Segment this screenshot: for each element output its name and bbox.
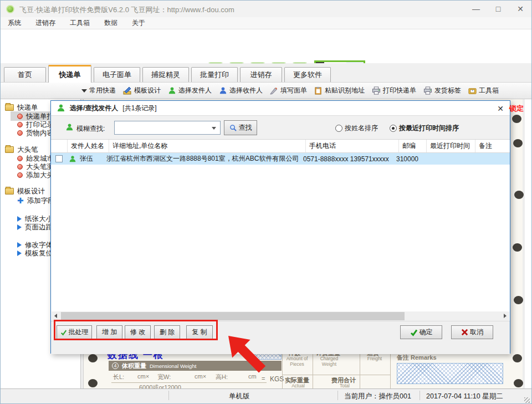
punch-hole	[514, 379, 523, 387]
punch-hole	[513, 243, 522, 252]
menu-bar: 系统 进销存 工具箱 数据 关于	[1, 17, 531, 29]
punch-hole	[513, 354, 522, 362]
tab-inventory[interactable]: 进销存	[240, 67, 282, 82]
dialog-close-icon[interactable]: ✕	[495, 104, 505, 114]
print-express-button[interactable]: 打印快递单	[372, 86, 416, 95]
scroll-left-icon[interactable]	[54, 314, 57, 318]
triangle-icon	[17, 250, 22, 256]
sidebar-item-page-margin[interactable]: 页面边距	[17, 223, 53, 232]
header-note[interactable]: 备注	[475, 140, 509, 152]
red-dot-icon	[17, 156, 23, 161]
cell-zip: 310000	[393, 155, 421, 163]
common-express-button[interactable]: 常用快递	[81, 86, 116, 95]
svg-text:*: *	[472, 89, 473, 93]
green-check-icon	[410, 329, 418, 336]
menu-item-system[interactable]: 系统	[8, 18, 21, 28]
menu-item-about[interactable]: 关于	[132, 18, 145, 28]
status-divider	[168, 391, 169, 400]
radio-icon	[335, 125, 342, 132]
sidebar-group-express[interactable]: 快递单	[5, 103, 38, 112]
cancel-button[interactable]: 取消	[451, 325, 493, 339]
sender-person-icon	[65, 123, 74, 131]
tab-batch-print[interactable]: 批量打印	[191, 67, 238, 82]
sort-by-name-radio[interactable]: 按姓名排序	[335, 124, 378, 133]
promo-banner: 飞豆聊天助手 微商，电商必备神器 skype QQ 微信 旺旺 千牛 skype…	[1, 29, 531, 63]
maximize-button[interactable]: □	[487, 1, 509, 17]
datetime-label: 2017-07-04 11:10 星期二	[426, 392, 503, 401]
punch-hole	[513, 139, 523, 147]
select-recipient-button[interactable]: 选择收件人	[219, 86, 263, 95]
header-last-print-time[interactable]: 最近打印时间	[427, 140, 475, 152]
status-divider	[420, 391, 420, 400]
sender-table-row[interactable]: 张伍 浙江省杭州市西湖区文一路8888号801室，杭州ABC软件有限公司 057…	[51, 153, 510, 165]
annotation-highlight-box	[54, 320, 218, 340]
caret-down-icon	[81, 89, 87, 93]
toolbox-icon: *	[468, 86, 477, 95]
header-phone[interactable]: 手机电话	[306, 140, 399, 152]
sidebar-item-goods-content[interactable]: 货物内容	[17, 129, 54, 137]
fill-waybill-button[interactable]: 填写面单	[270, 86, 307, 95]
dialog-title: 选择/查找发件人	[70, 104, 118, 113]
header-checkbox-col	[51, 140, 68, 152]
dialog-search-row: 模糊查找: 查找 按姓名排序 按最近打印时间排序	[51, 115, 510, 140]
red-dot-icon	[17, 172, 23, 178]
menu-item-data[interactable]: 数据	[104, 18, 117, 28]
fraction-line	[111, 382, 267, 383]
title-bar: 飞豆·快递单打印软件免费版V6.2.0 飞豆网址：http://www.f-do…	[1, 1, 531, 17]
punch-hole	[514, 191, 524, 199]
sort-by-print-time-radio[interactable]: 按最近打印时间排序	[390, 124, 459, 133]
scrollbar-thumb[interactable]	[61, 312, 405, 320]
select-sender-dialog: 选择/查找发件人 [共1条记录] ✕ 模糊查找: 查找 按姓名排序 按最近打印时…	[50, 100, 510, 354]
cm-label: cm×	[195, 373, 206, 380]
header-sender-name[interactable]: 发件人姓名	[68, 140, 109, 152]
menu-item-inventory[interactable]: 进销存	[35, 18, 55, 28]
tab-capture[interactable]: 捕捉精灵	[142, 67, 189, 82]
resize-grip[interactable]	[524, 397, 530, 403]
fuzzy-search-combobox[interactable]	[114, 121, 221, 135]
punch-hole	[512, 115, 521, 123]
template-design-button[interactable]: 模板设计	[123, 86, 161, 95]
section-number-badge: 4	[112, 362, 119, 369]
express-toolbar: 常用快递 模板设计 选择发件人 选择收件人 填写面单 粘贴识别地址 打印快递单	[1, 83, 531, 99]
sidebar-item-add-marker[interactable]: 添加大头	[17, 171, 54, 180]
punch-hole	[88, 379, 98, 387]
height-label: 高H:	[216, 373, 228, 381]
select-sender-button[interactable]: 选择发件人	[168, 86, 212, 95]
shipping-label-button[interactable]: 发货标签	[423, 86, 461, 95]
cell-address: 浙江省杭州市西湖区文一路8888号801室，杭州ABC软件有限公司	[103, 154, 300, 163]
width-label: 宽W:	[157, 373, 171, 381]
remarks-field	[397, 363, 503, 384]
punch-hole	[514, 296, 523, 304]
freight-label-en: Freight	[365, 356, 385, 362]
row-checkbox[interactable]	[55, 155, 63, 162]
radio-selected-icon	[390, 125, 397, 132]
dialog-record-count: [共1条记录]	[122, 104, 156, 113]
menu-item-toolbox[interactable]: 工具箱	[70, 18, 90, 28]
recipient-person-icon	[219, 86, 227, 95]
header-zip[interactable]: 邮编	[399, 140, 427, 152]
ok-button[interactable]: 确定	[400, 325, 442, 339]
sidebar-group-marker[interactable]: 大头笔	[5, 145, 38, 154]
minimize-button[interactable]: —	[465, 1, 487, 17]
main-tab-bar: 首页 快递单 电子面单 捕捉精灵 批量打印 进销存 更多软件	[1, 63, 531, 83]
combo-dropdown-icon	[212, 127, 216, 130]
paste-recognize-address-button[interactable]: 粘贴识别地址	[314, 86, 365, 95]
sidebar-item-template-reset[interactable]: 模板复位	[17, 249, 53, 258]
tab-eorder[interactable]: 电子面单	[94, 67, 140, 82]
sidebar-group-template-design[interactable]: 模板设计	[5, 187, 45, 196]
lock-label[interactable]: 锁定	[509, 104, 524, 114]
triangle-icon	[17, 224, 22, 230]
status-divider	[337, 391, 338, 400]
find-button[interactable]: 查找	[224, 120, 257, 135]
tab-more-software[interactable]: 更多软件	[284, 67, 331, 82]
window-title: 飞豆·快递单打印软件免费版V6.2.0 飞豆网址：http://www.f-do…	[19, 5, 234, 15]
header-address[interactable]: 详细地址,单位名称	[109, 140, 306, 152]
sidebar-item-add-field[interactable]: ✚ 添加字段	[17, 196, 55, 205]
scroll-right-icon[interactable]	[504, 314, 507, 318]
tab-express-label[interactable]: 快递单	[48, 65, 91, 83]
status-bar: 单机版 当前用户：操作员001 2017-07-04 11:10 星期二	[1, 388, 531, 404]
current-user-label: 当前用户：操作员001	[344, 392, 411, 401]
tab-home[interactable]: 首页	[4, 67, 46, 82]
toolbox-button[interactable]: * 工具箱	[468, 86, 499, 95]
close-button[interactable]: ✕	[509, 1, 531, 17]
